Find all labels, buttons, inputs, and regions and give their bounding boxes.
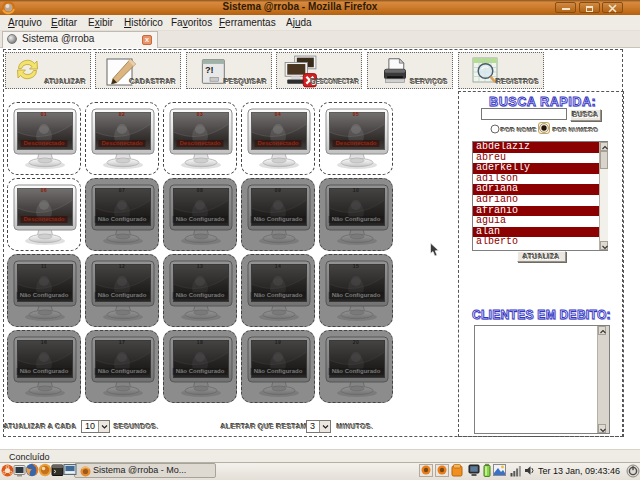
svg-text:?!: ?! bbox=[205, 65, 214, 75]
